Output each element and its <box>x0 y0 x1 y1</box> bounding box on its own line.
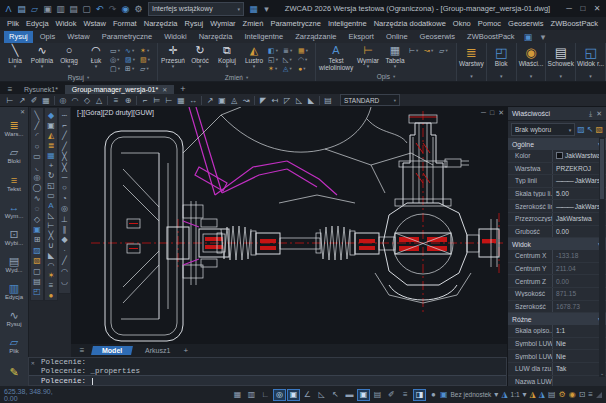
sidebar-item-plik[interactable]: ▱Plik <box>0 332 28 359</box>
section-header-widok[interactable]: Widok▼ <box>508 238 606 250</box>
copy-tool-icon[interactable]: ▣ <box>46 120 57 130</box>
web-icon[interactable]: ◉ <box>119 2 132 15</box>
ribbon-group-label[interactable]: Rysuj▾ <box>0 73 157 81</box>
more-icon[interactable]: ▾ <box>260 2 273 15</box>
gradient-tool-icon[interactable]: ▧ <box>32 255 43 265</box>
quickprop-toggle[interactable]: ✐ <box>385 389 398 401</box>
block-panel-button[interactable]: ◰Blok▾ <box>487 43 517 81</box>
menu-parametryczne[interactable]: Parametryczne <box>267 19 323 28</box>
ribbon-group-label[interactable]: Zmień▾ <box>158 73 315 81</box>
leader-tool-icon[interactable]: ↗ <box>204 95 216 106</box>
hatch-tool-icon[interactable]: ▨ <box>32 245 43 255</box>
ribbon-tab-rysuj[interactable]: Rysuj <box>4 31 33 43</box>
polar-toggle[interactable]: ◎ <box>273 389 286 401</box>
menu-wstaw[interactable]: Wstaw <box>80 19 109 28</box>
polyline-button[interactable]: ∿Polilinia▾ <box>29 44 55 73</box>
save-as-icon[interactable]: ▥ <box>54 2 67 15</box>
quick-dim-icon[interactable]: ⊢ <box>163 95 175 106</box>
property-row-luw-dla-rzu[interactable]: LUW dla rzu...Tak <box>508 363 606 376</box>
close-icon[interactable]: ✕ <box>31 359 35 367</box>
endpoint-snap-icon[interactable]: ╱ <box>59 131 70 141</box>
dyninput-toggle[interactable]: ≡ <box>399 389 412 401</box>
menu-plik[interactable]: Plik <box>4 19 22 28</box>
dim-space-icon[interactable]: ↔ <box>187 95 199 106</box>
new-file-icon[interactable]: ▤ <box>15 2 28 15</box>
menu-narzędzia[interactable]: Narzędzia <box>141 19 181 28</box>
section-header-różne[interactable]: Różne▼ <box>508 313 606 325</box>
mleader-edit-icon[interactable]: ◣ <box>305 95 317 106</box>
print-icon[interactable]: ▤ <box>67 2 80 15</box>
ribbon-tab-eksport[interactable]: Eksport <box>343 31 378 43</box>
annotation-icon[interactable]: ◮ <box>501 390 507 399</box>
insertion-snap-icon[interactable]: ◆ <box>59 235 70 245</box>
table-tool-icon[interactable]: ⊞ <box>32 235 43 245</box>
viewport-close-icon[interactable]: ✕ <box>498 109 504 117</box>
trim-tool-icon[interactable]: ◺ <box>46 210 57 220</box>
command-window[interactable]: ✕ Polecenie:Polecenie: _properties Polec… <box>28 357 507 386</box>
trim-icon[interactable]: ◺▾ <box>283 55 298 64</box>
add-layout-button[interactable]: + <box>184 346 189 355</box>
viewport-restore-icon[interactable]: □ <box>490 109 494 117</box>
status-menu-icon[interactable]: ≡ <box>588 390 593 399</box>
fillet-icon[interactable]: ◠▾ <box>298 55 313 64</box>
baseline-dim-icon[interactable]: ≡ <box>110 95 122 106</box>
property-row-centrum-x[interactable]: Centrum X-133.18 <box>508 250 606 263</box>
property-row-typ-linii[interactable]: Typ linii———JakWarst <box>508 175 606 188</box>
layout-tab-model[interactable]: Model <box>91 346 133 355</box>
nearest-snap-icon[interactable]: ╱ <box>59 255 70 265</box>
leader-icon[interactable]: ↝▾ <box>424 46 439 55</box>
property-row-szerokość[interactable]: Szerokość1678.73 <box>508 301 606 314</box>
ribbon-style-icon[interactable]: ▣ <box>522 30 535 43</box>
erase-tool-icon[interactable]: ◆ <box>46 110 57 120</box>
minimize-button[interactable]: ─ <box>562 3 576 15</box>
settings-gear-icon[interactable]: ⚙ <box>558 390 565 399</box>
close-panel-icon[interactable]: ✕ <box>596 110 602 118</box>
dim-table-icon[interactable]: ▦ <box>40 95 52 106</box>
redo-icon[interactable]: ↷ <box>106 2 119 15</box>
select-objects-icon[interactable]: ↖ <box>587 125 594 134</box>
center-mark-icon[interactable]: ⊕ <box>122 95 134 106</box>
layout-menu-icon[interactable]: ≡ <box>75 346 89 355</box>
explode-tool-icon[interactable]: ✶ <box>46 270 57 280</box>
line-button[interactable]: ╲Linia▾ <box>2 44 28 73</box>
cursor-toggle[interactable]: ↖ <box>329 389 342 401</box>
sidebar-item-wybierz[interactable]: ⊡Wybi... <box>0 224 28 251</box>
donut-icon[interactable]: ◎ <box>32 172 43 182</box>
menu-zwboostpack[interactable]: ZWBoostPack <box>548 19 602 28</box>
mirror-tool-icon[interactable]: ◭ <box>46 130 57 140</box>
center-snap-icon[interactable]: ○ <box>59 183 70 193</box>
angular-dim-icon[interactable]: △ <box>93 95 105 106</box>
resize-grip[interactable] <box>596 392 602 398</box>
arc-icon[interactable]: ◜ <box>32 131 43 141</box>
osnap-toggle[interactable]: ▣ <box>287 389 300 401</box>
scale-icon[interactable]: ◱▾ <box>268 55 283 64</box>
property-row-skala-opiso[interactable]: Skala opiso...1:1 <box>508 325 606 338</box>
layout-tab-arkusz1[interactable]: Arkusz1 <box>134 346 181 355</box>
arc-button[interactable]: ◠Łuk▾ <box>83 44 109 73</box>
text-tool-icon[interactable]: A <box>46 200 57 210</box>
property-row-centrum-y[interactable]: Centrum Y211.04 <box>508 263 606 276</box>
move-tool-icon[interactable]: + <box>46 160 57 170</box>
circle-button[interactable]: ○Okrąg▾ <box>56 44 82 73</box>
grips-toggle[interactable]: ● <box>427 389 440 401</box>
pin-icon[interactable]: ⤓ <box>589 110 592 118</box>
table-small-icon[interactable]: ⊞▾ <box>125 64 140 73</box>
units-caret-icon[interactable]: ▾ <box>494 390 498 399</box>
tolerance-icon[interactable]: ▣ <box>216 95 228 106</box>
annotation-auto-icon[interactable]: ◮ <box>530 390 536 399</box>
dim-style-select[interactable]: STANDARD▾ <box>340 94 400 106</box>
preview-icon[interactable]: ▢ <box>80 2 93 15</box>
menu-rysuj[interactable]: Rysuj <box>181 19 206 28</box>
units-icon[interactable]: ▣ <box>440 390 448 399</box>
sidebar-item-bloki[interactable]: ▱Bloki <box>0 142 28 169</box>
online-icon[interactable]: ◉ <box>569 390 576 399</box>
move-button[interactable]: ✛Przesuń▾ <box>160 44 186 73</box>
property-row-wysokość[interactable]: Wysokość871.15 <box>508 288 606 301</box>
property-row-kolor[interactable]: KolorJakWarstwa <box>508 150 606 163</box>
quick-select-icon[interactable]: ▨ <box>577 125 585 134</box>
ribbon-tab-parametryczne[interactable]: Parametryczne <box>97 31 157 43</box>
annotation-vis-icon[interactable]: ◮ <box>539 390 545 399</box>
scale-label[interactable]: 1:1 <box>511 391 520 398</box>
table-button[interactable]: ▦Tabela▾ <box>382 44 408 72</box>
rotate-button[interactable]: ↻Obróć▾ <box>187 44 213 73</box>
